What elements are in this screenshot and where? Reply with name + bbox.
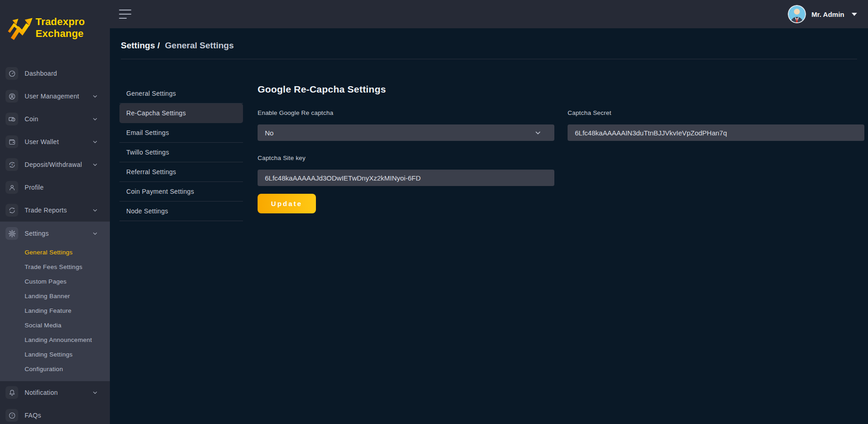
captcha-site-key-input[interactable] [258,170,554,186]
update-button[interactable]: Update [258,194,316,213]
sidebar: Tradexpro Exchange Dashboard User Manage… [0,0,110,424]
breadcrumb-page: General Settings [165,41,234,50]
sidebar-subitem-landing-feature[interactable]: Landing Feature [0,304,110,318]
user-menu-caret-icon [852,13,857,16]
tab-general-settings[interactable]: General Settings [119,84,243,103]
tab-referral-settings[interactable]: Referral Settings [119,162,243,182]
chevron-down-icon [92,231,98,237]
breadcrumb: Settings / General Settings [110,28,868,51]
sidebar-item-faqs[interactable]: ? FAQs [0,404,110,424]
chevron-down-icon [92,390,98,396]
brand-name: Tradexpro Exchange [36,16,85,40]
captcha-site-key-label: Captcha Site key [258,155,554,161]
sidebar-item-label: Notification [25,389,58,396]
recaptcha-settings-form: Google Re-Capcha Settings Enable Google … [258,84,864,213]
dashboard-icon [5,67,18,80]
settings-layout: General Settings Re-Capcha Settings Emai… [119,84,868,221]
user-menu[interactable]: Mr. Admin [788,5,857,23]
brand-arrow-icon [6,14,34,41]
captcha-secret-label: Captcha Secret [568,109,864,116]
enable-recaptcha-select[interactable]: No [258,124,554,141]
avatar[interactable] [788,5,806,23]
wallet-icon [5,135,18,148]
enable-recaptcha-label: Enable Google Re captcha [258,109,554,116]
faqs-question-icon: ? [5,409,18,422]
breadcrumb-section: Settings / [121,41,160,50]
sidebar-subitem-landing-announcement[interactable]: Landing Announcement [0,333,110,347]
user-name: Mr. Admin [811,10,844,18]
divider [121,59,857,59]
sidebar-item-coin[interactable]: $ Coin [0,108,110,130]
sidebar-item-label: Profile [25,184,44,191]
sidebar-item-label: Deposit/Withdrawal [25,161,82,168]
sidebar-subitem-general-settings[interactable]: General Settings [0,245,110,260]
sidebar-subitem-landing-banner[interactable]: Landing Banner [0,289,110,304]
enable-recaptcha-value: No [265,129,274,137]
main-content: Settings / General Settings General Sett… [110,28,868,424]
chevron-down-icon [92,207,98,213]
tab-re-capcha-settings[interactable]: Re-Capcha Settings [119,103,243,123]
tab-coin-payment-settings[interactable]: Coin Payment Settings [119,182,243,202]
deposit-withdrawal-icon: $ [5,158,18,171]
sidebar-item-dashboard[interactable]: Dashboard [0,62,110,85]
sidebar-item-settings[interactable]: Settings [0,222,110,245]
sidebar-item-label: User Management [25,93,79,100]
sidebar-item-trade-reports[interactable]: Trade Reports [0,199,110,222]
svg-text:$: $ [11,164,13,166]
sidebar-item-label: Settings [25,230,49,237]
sidebar-item-deposit-withdrawal[interactable]: $ Deposit/Withdrawal [0,153,110,176]
profile-icon [5,181,18,194]
sidebar-item-label: User Wallet [25,138,59,145]
user-management-icon [5,90,18,103]
settings-sub-nav: General Settings Trade Fees Settings Cus… [0,245,110,377]
chevron-down-icon [92,139,98,145]
hamburger-menu-icon[interactable] [119,10,132,19]
sidebar-item-profile[interactable]: Profile [0,176,110,199]
svg-text:$: $ [12,118,14,120]
sidebar-group-settings: Settings General Settings Trade Fees Set… [0,222,110,381]
sidebar-nav: Dashboard User Management $ Coin [0,62,110,424]
chevron-down-icon [92,93,98,99]
sidebar-subitem-configuration[interactable]: Configuration [0,362,110,377]
field-captcha-site-key: Captcha Site key [258,155,554,186]
page-title: Google Re-Capcha Settings [258,84,864,95]
sidebar-item-label: Dashboard [25,70,57,77]
captcha-secret-input[interactable] [568,124,864,141]
topbar: Mr. Admin [110,0,868,28]
sidebar-subitem-social-media[interactable]: Social Media [0,318,110,333]
brand-logo[interactable]: Tradexpro Exchange [0,0,110,49]
sidebar-subitem-trade-fees-settings[interactable]: Trade Fees Settings [0,260,110,274]
sidebar-subitem-custom-pages[interactable]: Custom Pages [0,274,110,289]
field-captcha-secret: Captcha Secret [568,109,864,141]
sidebar-item-label: Coin [25,115,38,123]
field-enable-recaptcha: Enable Google Re captcha No [258,109,554,141]
chevron-down-icon [92,116,98,122]
tab-email-settings[interactable]: Email Settings [119,123,243,143]
tab-twillo-settings[interactable]: Twillo Settings [119,143,243,162]
tab-node-settings[interactable]: Node Settings [119,202,243,221]
chevron-down-icon [92,162,98,168]
sidebar-item-notification[interactable]: Notification [0,381,110,404]
settings-gear-icon [5,227,18,240]
trade-reports-icon [5,204,18,217]
notification-bell-icon [5,386,18,399]
svg-text:?: ? [11,414,13,418]
sidebar-subitem-landing-settings[interactable]: Landing Settings [0,347,110,362]
coin-icon: $ [5,113,18,125]
sidebar-item-user-wallet[interactable]: User Wallet [0,130,110,153]
settings-tab-list: General Settings Re-Capcha Settings Emai… [119,84,243,221]
sidebar-item-label: Trade Reports [25,207,67,214]
sidebar-item-user-management[interactable]: User Management [0,85,110,108]
sidebar-item-label: FAQs [25,412,41,419]
chevron-down-icon [534,129,542,136]
